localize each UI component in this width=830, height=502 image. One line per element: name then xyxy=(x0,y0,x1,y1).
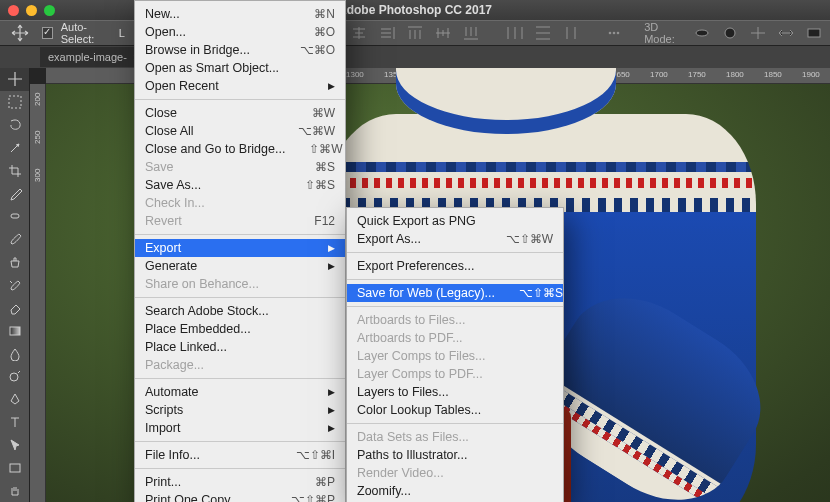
export-menu-item[interactable]: Export Preferences... xyxy=(347,257,563,275)
align-vcenter-icon[interactable] xyxy=(433,23,453,43)
file-menu-item[interactable]: Browse in Bridge...⌥⌘O xyxy=(135,41,345,59)
export-menu-item[interactable]: Layers to Files... xyxy=(347,383,563,401)
menu-item-shortcut: ⇧⌘W xyxy=(285,142,342,156)
tool-history-brush[interactable] xyxy=(0,274,29,297)
distribute-hcenter-icon[interactable] xyxy=(561,23,581,43)
file-menu-item[interactable]: Search Adobe Stock... xyxy=(135,302,345,320)
menu-item-label: Open as Smart Object... xyxy=(145,61,335,75)
tool-type[interactable] xyxy=(0,411,29,434)
menu-item-shortcut: ⌥⌘O xyxy=(276,43,335,57)
app-title: Adobe Photoshop CC 2017 xyxy=(0,3,830,17)
ruler-tick: 1700 xyxy=(650,70,668,79)
align-right-icon[interactable] xyxy=(377,23,397,43)
file-menu-item[interactable]: Print...⌘P xyxy=(135,473,345,491)
ruler-tick: 1850 xyxy=(764,70,782,79)
tool-move[interactable] xyxy=(0,68,29,91)
distribute-h-icon[interactable] xyxy=(505,23,525,43)
svg-rect-8 xyxy=(10,327,20,335)
export-menu-item[interactable]: Export As...⌥⇧⌘W xyxy=(347,230,563,248)
export-menu-item[interactable]: Paths to Illustrator... xyxy=(347,446,563,464)
more-options-icon[interactable] xyxy=(604,23,624,43)
auto-select-checkbox[interactable] xyxy=(42,27,52,39)
tool-crop[interactable] xyxy=(0,159,29,182)
export-menu-separator xyxy=(347,279,563,280)
auto-select-label: Auto-Select: xyxy=(61,21,111,45)
file-menu-separator xyxy=(135,441,345,442)
3d-roll-icon[interactable] xyxy=(720,23,740,43)
document-tab-bar: example-image- × xyxy=(0,46,830,68)
export-menu-item: Data Sets as Files... xyxy=(347,428,563,446)
layer-dropdown-abbrev[interactable]: L xyxy=(119,27,125,39)
ruler-tick: 1800 xyxy=(726,70,744,79)
align-bottom-icon[interactable] xyxy=(461,23,481,43)
file-menu-item[interactable]: Automate▶ xyxy=(135,383,345,401)
file-menu-item[interactable]: Open Recent▶ xyxy=(135,77,345,95)
file-menu-item[interactable]: Close⌘W xyxy=(135,104,345,122)
file-menu-item[interactable]: New...⌘N xyxy=(135,5,345,23)
file-menu-item[interactable]: Place Linked... xyxy=(135,338,345,356)
file-menu-item[interactable]: Export▶ xyxy=(135,239,345,257)
tool-hand[interactable] xyxy=(0,479,29,502)
file-menu-item[interactable]: Save As...⇧⌘S xyxy=(135,176,345,194)
file-menu-separator xyxy=(135,468,345,469)
tool-pen[interactable] xyxy=(0,388,29,411)
3d-zoom-icon[interactable] xyxy=(804,23,824,43)
menu-item-label: Data Sets as Files... xyxy=(357,430,553,444)
export-menu-item[interactable]: Save for Web (Legacy)...⌥⇧⌘S xyxy=(347,284,563,302)
file-menu-item[interactable]: Generate▶ xyxy=(135,257,345,275)
3d-pan-icon[interactable] xyxy=(748,23,768,43)
tool-marquee[interactable] xyxy=(0,91,29,114)
tool-healing[interactable] xyxy=(0,205,29,228)
file-menu-item[interactable]: Close and Go to Bridge...⇧⌘W xyxy=(135,140,345,158)
tool-lasso[interactable] xyxy=(0,114,29,137)
file-menu-item[interactable]: Scripts▶ xyxy=(135,401,345,419)
file-menu-item[interactable]: Print One Copy⌥⇧⌘P xyxy=(135,491,345,502)
3d-orbit-icon[interactable] xyxy=(692,23,712,43)
svg-rect-7 xyxy=(11,214,19,218)
svg-point-2 xyxy=(617,32,620,35)
align-hcenter-icon[interactable] xyxy=(349,23,369,43)
tool-magic-wand[interactable] xyxy=(0,137,29,160)
export-menu-item: Render Video... xyxy=(347,464,563,482)
menu-item-shortcut: ⌥⇧⌘P xyxy=(267,493,335,502)
menu-item-label: Search Adobe Stock... xyxy=(145,304,335,318)
tool-dodge[interactable] xyxy=(0,365,29,388)
file-menu-item: Save⌘S xyxy=(135,158,345,176)
ruler-tick: 1300 xyxy=(346,70,364,79)
menu-item-label: New... xyxy=(145,7,290,21)
move-tool-icon[interactable] xyxy=(6,22,34,44)
tool-eyedropper[interactable] xyxy=(0,182,29,205)
menu-item-label: Save As... xyxy=(145,178,281,192)
distribute-v-icon[interactable] xyxy=(533,23,553,43)
menu-item-label: Automate xyxy=(145,385,314,399)
file-menu-item[interactable]: Open...⌘O xyxy=(135,23,345,41)
3d-slide-icon[interactable] xyxy=(776,23,796,43)
export-menu-item[interactable]: Color Lookup Tables... xyxy=(347,401,563,419)
file-menu-item[interactable]: Import▶ xyxy=(135,419,345,437)
tool-gradient[interactable] xyxy=(0,319,29,342)
document-tab[interactable]: example-image- × xyxy=(40,47,147,67)
align-top-icon[interactable] xyxy=(405,23,425,43)
file-menu-separator xyxy=(135,378,345,379)
tool-blur[interactable] xyxy=(0,342,29,365)
svg-rect-5 xyxy=(808,29,820,37)
file-menu-item[interactable]: Open as Smart Object... xyxy=(135,59,345,77)
submenu-arrow-icon: ▶ xyxy=(328,261,335,271)
menu-item-shortcut: ⌥⇧⌘S xyxy=(495,286,563,300)
ruler-tick: 1900 xyxy=(802,70,820,79)
menu-item-label: Quick Export as PNG xyxy=(357,214,553,228)
tool-rectangle[interactable] xyxy=(0,456,29,479)
tool-eraser[interactable] xyxy=(0,296,29,319)
menu-item-label: Export As... xyxy=(357,232,482,246)
tool-brush[interactable] xyxy=(0,228,29,251)
file-menu-item[interactable]: Close All⌥⌘W xyxy=(135,122,345,140)
file-menu-item[interactable]: File Info...⌥⇧⌘I xyxy=(135,446,345,464)
tool-path-select[interactable] xyxy=(0,434,29,457)
submenu-arrow-icon: ▶ xyxy=(328,387,335,397)
file-menu-item[interactable]: Place Embedded... xyxy=(135,320,345,338)
file-menu-separator xyxy=(135,297,345,298)
menu-item-label: Save for Web (Legacy)... xyxy=(357,286,495,300)
export-menu-item[interactable]: Zoomify... xyxy=(347,482,563,500)
export-menu-item[interactable]: Quick Export as PNG xyxy=(347,212,563,230)
tool-clone[interactable] xyxy=(0,251,29,274)
